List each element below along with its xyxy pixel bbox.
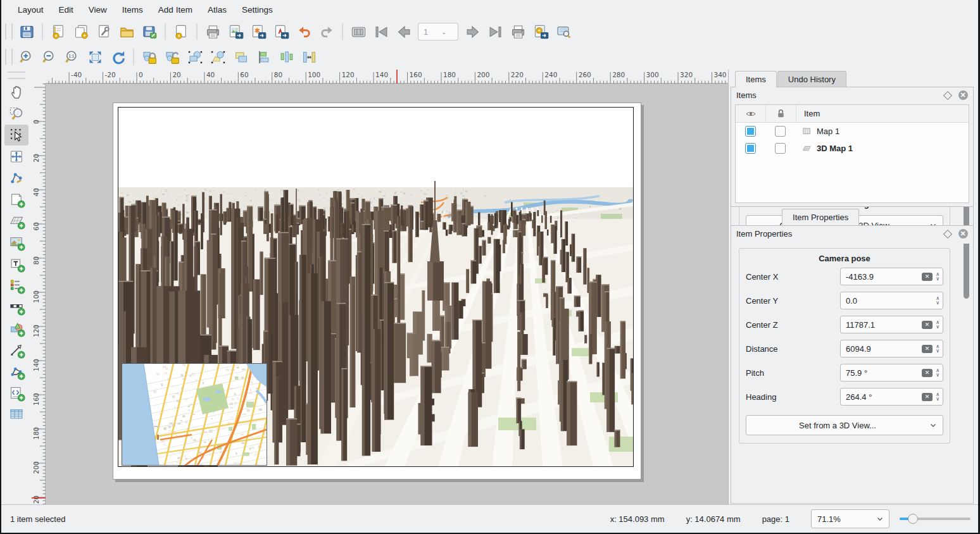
float-panel-button[interactable] xyxy=(943,229,953,239)
menu-view[interactable]: View xyxy=(81,3,115,17)
set-from-view-button[interactable]: Set from a 3D View... xyxy=(746,415,943,435)
tab-items[interactable]: Items xyxy=(735,71,777,87)
spinbox-arrows[interactable]: ∧∨ xyxy=(936,320,939,329)
svg-text:160: 160 xyxy=(410,71,422,78)
zoom-tool-tool-button[interactable] xyxy=(4,103,28,124)
edit-nodes-tool-button[interactable] xyxy=(4,168,28,189)
add-picture-tool-button[interactable] xyxy=(4,232,28,253)
spinbox-arrows[interactable]: ∧∨ xyxy=(936,392,939,401)
atlas-settings-button[interactable] xyxy=(553,22,574,42)
add-scalebar-tool-button[interactable] xyxy=(4,297,28,318)
spinbox-arrows[interactable]: ∧∨ xyxy=(936,296,939,305)
print-layout-button[interactable] xyxy=(203,22,223,42)
menu-edit[interactable]: Edit xyxy=(51,3,81,17)
add-legend-tool-button[interactable] xyxy=(4,275,28,296)
pitch-input[interactable]: 75.9 °✕∧∨ xyxy=(840,364,943,382)
zoom-in-button[interactable] xyxy=(16,47,37,67)
toolbar-grip[interactable] xyxy=(5,23,13,40)
field-label: Center Z xyxy=(746,320,840,330)
redo-button[interactable] xyxy=(317,22,337,42)
clear-field-icon[interactable]: ✕ xyxy=(922,369,933,377)
close-panel-button[interactable]: ✕ xyxy=(958,90,968,101)
visibility-checkbox[interactable] xyxy=(736,140,765,157)
print-atlas-button[interactable] xyxy=(508,22,528,42)
zoom-level-combo[interactable]: 71.1% xyxy=(811,509,889,528)
center-z-input[interactable]: 11787.1✕∧∨ xyxy=(840,316,943,333)
add-label-tool-button[interactable] xyxy=(4,254,28,275)
ungroup-items-button[interactable] xyxy=(208,47,228,67)
add-html-tool-button[interactable] xyxy=(4,383,28,404)
scrollbar-thumb[interactable] xyxy=(964,196,969,299)
center-y-input[interactable]: 0.0∧∨ xyxy=(840,292,943,309)
item-row[interactable]: 3D Map 1 xyxy=(736,140,969,157)
export-svg-button[interactable] xyxy=(248,22,268,42)
zoom-actual-button[interactable]: 1:1 xyxy=(62,47,82,67)
item-row[interactable]: Map 1 xyxy=(736,123,969,140)
menu-atlas[interactable]: Atlas xyxy=(200,3,234,17)
export-image-button[interactable] xyxy=(225,22,246,42)
save-project-button[interactable] xyxy=(16,22,37,42)
spinbox-arrows[interactable]: ∧∨ xyxy=(936,344,939,353)
add-node-item-tool-button[interactable] xyxy=(4,361,28,382)
add-items-from-template-button[interactable] xyxy=(116,22,137,42)
refresh-button[interactable] xyxy=(108,47,128,67)
toolbar-grip[interactable] xyxy=(5,49,13,65)
clear-field-icon[interactable]: ✕ xyxy=(922,345,933,353)
zoom-slider[interactable] xyxy=(900,513,971,525)
next-feature-button[interactable] xyxy=(462,22,482,42)
distribute-items-button[interactable] xyxy=(276,47,296,67)
lock-checkbox[interactable] xyxy=(765,123,795,140)
float-panel-button[interactable] xyxy=(943,90,953,101)
align-items-button[interactable] xyxy=(253,47,273,67)
duplicate-layout-button[interactable] xyxy=(71,22,91,42)
distance-input[interactable]: 6094.9✕∧∨ xyxy=(840,340,943,357)
slider-handle[interactable] xyxy=(908,514,918,524)
group-items-button[interactable] xyxy=(185,47,205,67)
tab-item-properties[interactable]: Item Properties xyxy=(782,209,859,225)
close-panel-button[interactable]: ✕ xyxy=(958,229,968,239)
new-layout-button[interactable] xyxy=(48,22,68,42)
export-pdf-button[interactable] xyxy=(271,22,291,42)
atlas-page-combo[interactable]: 1⌄ xyxy=(418,23,458,40)
add-page-button[interactable] xyxy=(171,22,191,42)
layout-page[interactable] xyxy=(113,102,641,480)
add-map-tool-button[interactable] xyxy=(4,189,28,210)
preview-atlas-button[interactable] xyxy=(348,22,368,42)
last-feature-button[interactable] xyxy=(485,22,505,42)
add-arrow-tool-button[interactable] xyxy=(4,340,28,361)
tab-undo-history[interactable]: Undo History xyxy=(777,71,846,87)
first-feature-button[interactable] xyxy=(371,22,391,42)
add-3d-map-tool-button[interactable] xyxy=(4,211,28,232)
map-item[interactable] xyxy=(122,363,267,466)
menu-add-item[interactable]: Add Item xyxy=(151,3,200,17)
pan-tool-button[interactable] xyxy=(4,82,28,102)
clear-field-icon[interactable]: ✕ xyxy=(922,321,933,329)
resize-items-button[interactable] xyxy=(299,47,319,67)
visibility-checkbox[interactable] xyxy=(736,123,765,140)
add-shape-tool-button[interactable] xyxy=(4,318,28,339)
add-table-tool-button[interactable] xyxy=(4,404,28,425)
previous-feature-button[interactable] xyxy=(394,22,414,42)
clear-field-icon[interactable]: ✕ xyxy=(922,273,933,281)
raise-items-button[interactable] xyxy=(230,47,251,67)
menu-items[interactable]: Items xyxy=(115,3,151,17)
move-content-tool-button[interactable] xyxy=(4,146,28,167)
unlock-items-button[interactable] xyxy=(162,47,182,67)
lock-items-button[interactable] xyxy=(139,47,160,67)
zoom-full-button[interactable] xyxy=(85,47,105,67)
menu-settings[interactable]: Settings xyxy=(234,3,280,17)
heading-input[interactable]: 264.4 °✕∧∨ xyxy=(840,388,943,406)
center-x-input[interactable]: -4163.9✕∧∨ xyxy=(840,268,943,285)
spinbox-arrows[interactable]: ∧∨ xyxy=(936,368,939,377)
layout-manager-button[interactable] xyxy=(94,22,114,42)
export-atlas-button[interactable] xyxy=(531,22,551,42)
zoom-out-button[interactable] xyxy=(39,47,60,67)
menu-layout[interactable]: Layout xyxy=(10,3,51,17)
undo-button[interactable] xyxy=(294,22,314,42)
lock-checkbox[interactable] xyxy=(765,140,795,157)
save-as-template-button[interactable] xyxy=(139,22,160,42)
clear-field-icon[interactable]: ✕ xyxy=(922,393,933,401)
spinbox-arrows[interactable]: ∧∨ xyxy=(936,272,939,281)
select-move-tool-button[interactable] xyxy=(4,125,28,146)
layout-canvas[interactable] xyxy=(46,84,728,506)
